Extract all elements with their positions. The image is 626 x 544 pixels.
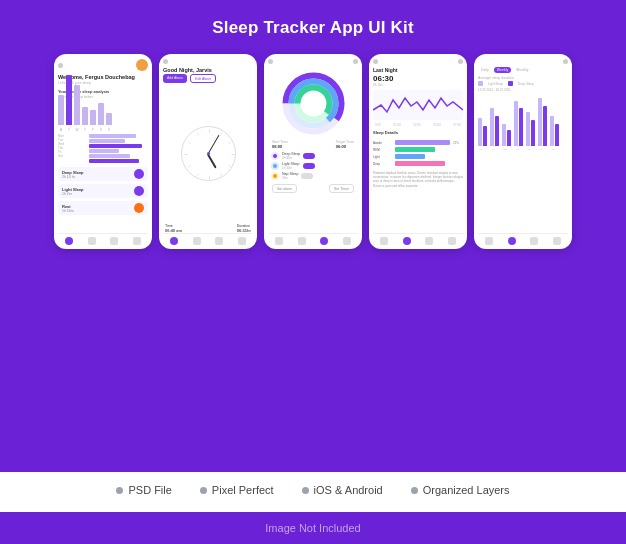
bar-th: [514, 101, 523, 146]
nav-bottom-5: [478, 233, 568, 245]
last-night-time: 06:30: [373, 74, 463, 83]
phone-3: Start Time 08:00 Target Time 06:00 Deep …: [264, 54, 362, 249]
svg-line-7: [197, 174, 199, 177]
bar-fr: [526, 112, 535, 146]
home-icon-3[interactable]: [275, 237, 283, 245]
stats-icon-3[interactable]: [298, 237, 306, 245]
bottom-section: PSD File Pixel Perfect iOS & Android Org…: [0, 472, 626, 512]
bar-sa: [538, 98, 547, 146]
footer-band: Image Not Included: [0, 512, 626, 544]
phone-1: Welcome, Fergus Douchebag Let's track yo…: [54, 54, 152, 249]
profile-icon-3[interactable]: [343, 237, 351, 245]
nav-bottom-2: [163, 233, 253, 245]
set-timer-button[interactable]: Set Timer: [329, 184, 354, 193]
deep-toggle[interactable]: [303, 153, 315, 159]
feature-layers: Organized Layers: [411, 484, 510, 496]
page-title: Sleep Tracker App UI Kit: [212, 18, 414, 38]
edit-alarm-button[interactable]: Edit Alarm: [190, 74, 216, 83]
layers-dot: [411, 487, 418, 494]
bar-we: [502, 124, 511, 146]
day-labels: M T W T F S S: [58, 128, 148, 132]
home-icon-2[interactable]: [170, 237, 178, 245]
dark-legend-label: Deep Sleep: [518, 82, 534, 86]
alarm-icon-3[interactable]: [320, 237, 328, 245]
profile-icon-2[interactable]: [238, 237, 246, 245]
set-alarm-button[interactable]: Set alarm: [272, 184, 297, 193]
light-sleep-badge: [134, 186, 144, 196]
ring-container: [268, 71, 358, 136]
settings-icon[interactable]: [110, 237, 118, 245]
rest-time: 1h 54m: [62, 209, 74, 213]
tab-monthly[interactable]: Monthly: [513, 67, 531, 73]
target-val: 06:00: [336, 144, 354, 149]
nap-icon: [271, 172, 279, 180]
menu-icon: [58, 63, 63, 68]
ios-label: iOS & Android: [314, 484, 383, 496]
clock-ticks: [182, 127, 237, 182]
tab-daily[interactable]: Daily: [478, 67, 492, 73]
alarm-icon-2[interactable]: [215, 237, 223, 245]
stats-icon-5[interactable]: [508, 237, 516, 245]
deep-stage: Deep: [373, 161, 463, 166]
svg-line-10: [187, 142, 190, 144]
day-labels-5: Mo Tu We Th Fr Sa Su: [478, 148, 568, 151]
tab-weekly[interactable]: Weekly: [494, 67, 511, 73]
greeting-2: Good Night, Jarvis: [163, 67, 253, 73]
bar-mon: [58, 95, 64, 125]
bar-tue: [66, 75, 72, 125]
home-icon-5[interactable]: [485, 237, 493, 245]
features-row: PSD File Pixel Perfect iOS & Android Org…: [116, 484, 509, 496]
clock-face: [181, 126, 236, 181]
stats-icon-2[interactable]: [193, 237, 201, 245]
home-icon-4[interactable]: [380, 237, 388, 245]
nap-row-sub: 45m: [282, 176, 298, 180]
light-sleep-label: Light Sleep: [62, 187, 84, 192]
deep-row-sub: 2h 30m: [282, 156, 300, 160]
nap-sleep-row: Nap Sleep 45m: [268, 172, 358, 180]
alarm-icon-5[interactable]: [530, 237, 538, 245]
pixel-dot: [200, 487, 207, 494]
svg-line-4: [228, 166, 231, 168]
profile-icon-4[interactable]: [448, 237, 456, 245]
deep-sleep-row: Deep Sleep 2h 30m: [268, 152, 358, 160]
light-sleep-time: 1h 2m: [62, 192, 84, 196]
profile-icon[interactable]: [133, 237, 141, 245]
light-sleep-row: Light Sleep 1h 10m: [268, 162, 358, 170]
feature-pixel: Pixel Perfect: [200, 484, 274, 496]
nap-toggle[interactable]: [301, 173, 313, 179]
start-val: 08:00: [272, 144, 288, 149]
sleep-icon-4[interactable]: [403, 237, 411, 245]
light-legend: [478, 81, 483, 86]
settings-icon-4: [458, 59, 463, 64]
time-duration: Time 06:40 am Duration 06:31hr: [163, 224, 253, 233]
feature-psd: PSD File: [116, 484, 171, 496]
svg-line-2: [228, 142, 231, 144]
bar-su: [550, 116, 559, 146]
wave-chart: [373, 90, 463, 120]
light-legend-label: Light Sleep: [488, 82, 503, 86]
light-toggle[interactable]: [303, 163, 315, 169]
avg-label: Average sleep duration: [478, 76, 568, 80]
svg-line-5: [220, 174, 222, 177]
more-icon-5: [563, 59, 568, 64]
legend: Light Sleep Deep Sleep: [478, 81, 568, 86]
stats-icon[interactable]: [88, 237, 96, 245]
light-sleep-item: Light Sleep 1h 2m: [58, 184, 148, 198]
top-section: Sleep Tracker App UI Kit Welcome, Fergus…: [0, 0, 626, 472]
psd-label: PSD File: [128, 484, 171, 496]
ios-dot: [302, 487, 309, 494]
alarm-icon-4[interactable]: [425, 237, 433, 245]
clock-area: [163, 86, 253, 221]
tab-row: Daily Weekly Monthly: [478, 67, 568, 73]
weekly-bar-chart: [478, 96, 568, 146]
menu-icon-2: [163, 59, 168, 64]
dark-legend: [508, 81, 513, 86]
add-alarm-button[interactable]: Add Alarm: [163, 74, 187, 83]
back-icon-4: [373, 59, 378, 64]
svg-line-11: [197, 133, 199, 136]
home-icon[interactable]: [65, 237, 73, 245]
nav-bottom-4: [373, 233, 463, 245]
deep-sleep-item: Deep Sleep 2h 14 hr: [58, 167, 148, 181]
profile-icon-5[interactable]: [553, 237, 561, 245]
svg-line-8: [187, 166, 190, 168]
